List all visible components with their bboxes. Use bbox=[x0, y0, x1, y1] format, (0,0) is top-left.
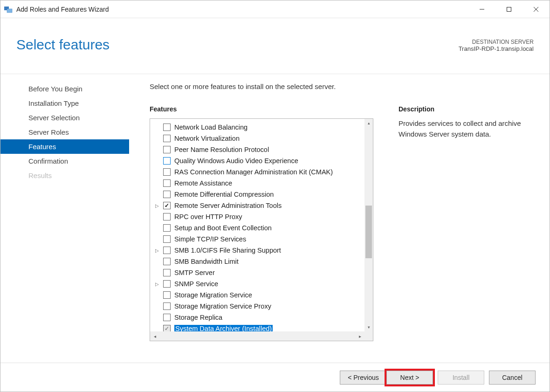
feature-label[interactable]: Storage Migration Service Proxy bbox=[174, 303, 271, 310]
sidebar-item-server-selection[interactable]: Server Selection bbox=[0, 110, 129, 125]
feature-checkbox[interactable] bbox=[163, 224, 171, 232]
scroll-thumb[interactable] bbox=[365, 206, 372, 258]
feature-label[interactable]: SMB Bandwidth Limit bbox=[174, 258, 239, 265]
feature-checkbox[interactable] bbox=[163, 247, 171, 254]
feature-row[interactable]: ▷SMB Bandwidth Limit bbox=[154, 256, 364, 267]
footer: < Previous Next > Install Cancel bbox=[0, 363, 550, 392]
next-button[interactable]: Next > bbox=[386, 371, 433, 385]
sidebar-item-server-roles[interactable]: Server Roles bbox=[0, 125, 129, 139]
install-button[interactable]: Install bbox=[438, 371, 484, 385]
feature-checkbox[interactable] bbox=[163, 280, 171, 288]
nav-button-group: < Previous Next > bbox=[340, 371, 433, 385]
scroll-right-icon[interactable]: ▸ bbox=[355, 331, 364, 341]
feature-checkbox[interactable] bbox=[163, 202, 171, 209]
feature-label[interactable]: Remote Server Administration Tools bbox=[174, 202, 282, 209]
feature-label[interactable]: SMTP Server bbox=[174, 269, 215, 276]
scroll-up-icon[interactable]: ▴ bbox=[364, 119, 373, 127]
features-label: Features bbox=[150, 105, 373, 113]
sidebar-item-installation-type[interactable]: Installation Type bbox=[0, 96, 129, 110]
feature-checkbox[interactable] bbox=[163, 303, 171, 310]
feature-row[interactable]: ▷Remote Server Administration Tools bbox=[154, 200, 364, 211]
feature-label[interactable]: Setup and Boot Event Collection bbox=[174, 224, 272, 232]
feature-row[interactable]: ▷Network Virtualization bbox=[154, 133, 364, 144]
feature-checkbox[interactable] bbox=[163, 191, 171, 198]
feature-label[interactable]: SNMP Service bbox=[174, 280, 218, 288]
feature-checkbox[interactable] bbox=[163, 314, 171, 321]
feature-checkbox[interactable] bbox=[163, 291, 171, 299]
feature-checkbox[interactable] bbox=[163, 269, 171, 276]
scroll-left-icon[interactable]: ◂ bbox=[150, 331, 159, 341]
feature-label[interactable]: Simple TCP/IP Services bbox=[174, 235, 246, 243]
feature-checkbox[interactable] bbox=[163, 146, 171, 153]
feature-row[interactable]: ▷Remote Differential Compression bbox=[154, 189, 364, 200]
destination-server-block: DESTINATION SERVER TransIP-RDP-1.transip… bbox=[459, 37, 534, 52]
sidebar-item-before-you-begin[interactable]: Before You Begin bbox=[0, 82, 129, 96]
maximize-button[interactable] bbox=[495, 0, 522, 18]
previous-button[interactable]: < Previous bbox=[340, 371, 386, 385]
feature-row[interactable]: ▷RPC over HTTP Proxy bbox=[154, 211, 364, 222]
sidebar-item-features[interactable]: Features bbox=[0, 139, 129, 154]
expand-icon[interactable]: ▷ bbox=[154, 248, 160, 253]
feature-label[interactable]: Quality Windows Audio Video Experience bbox=[174, 157, 298, 165]
vertical-scrollbar[interactable]: ▴ ▾ bbox=[364, 119, 373, 331]
titlebar: Add Roles and Features Wizard bbox=[0, 0, 550, 18]
feature-checkbox[interactable] bbox=[163, 124, 171, 131]
sidebar-item-results: Results bbox=[0, 168, 129, 183]
feature-row[interactable]: ▷Storage Migration Service bbox=[154, 289, 364, 301]
main: Before You BeginInstallation TypeServer … bbox=[0, 74, 550, 363]
window-title: Add Roles and Features Wizard bbox=[16, 6, 109, 13]
feature-checkbox[interactable] bbox=[163, 157, 171, 165]
feature-row[interactable]: ▷Remote Assistance bbox=[154, 178, 364, 189]
feature-checkbox[interactable] bbox=[163, 135, 171, 142]
feature-label[interactable]: Remote Differential Compression bbox=[174, 191, 274, 198]
close-button[interactable] bbox=[522, 0, 550, 18]
header: Select features DESTINATION SERVER Trans… bbox=[0, 18, 550, 74]
description-text: Provides services to collect and archive… bbox=[399, 118, 534, 139]
svg-rect-3 bbox=[507, 7, 511, 11]
feature-row[interactable]: ▷Peer Name Resolution Protocol bbox=[154, 144, 364, 155]
destination-server-value: TransIP-RDP-1.transip.local bbox=[459, 45, 534, 52]
features-listbox[interactable]: ▷Network Load Balancing▷Network Virtuali… bbox=[150, 118, 373, 341]
feature-row[interactable]: ▷SMB 1.0/CIFS File Sharing Support bbox=[154, 245, 364, 256]
feature-label[interactable]: Storage Migration Service bbox=[174, 291, 252, 299]
feature-row[interactable]: ▷Quality Windows Audio Video Experience bbox=[154, 155, 364, 166]
feature-row[interactable]: ▷RAS Connection Manager Administration K… bbox=[154, 166, 364, 178]
feature-row[interactable]: ▷Network Load Balancing bbox=[154, 122, 364, 133]
feature-label[interactable]: RPC over HTTP Proxy bbox=[174, 213, 242, 220]
feature-checkbox[interactable] bbox=[163, 179, 171, 187]
minimize-button[interactable] bbox=[468, 0, 495, 18]
cancel-button[interactable]: Cancel bbox=[489, 371, 536, 385]
sidebar: Before You BeginInstallation TypeServer … bbox=[0, 74, 129, 363]
app-icon bbox=[4, 5, 13, 14]
horizontal-scrollbar[interactable]: ◂ ▸ bbox=[150, 331, 364, 341]
feature-label[interactable]: Network Virtualization bbox=[174, 135, 240, 142]
feature-row[interactable]: ▷Setup and Boot Event Collection bbox=[154, 222, 364, 234]
feature-label[interactable]: SMB 1.0/CIFS File Sharing Support bbox=[174, 247, 281, 254]
feature-checkbox[interactable] bbox=[163, 235, 171, 243]
expand-icon[interactable]: ▷ bbox=[154, 203, 160, 208]
feature-label[interactable]: Remote Assistance bbox=[174, 179, 232, 187]
feature-row[interactable]: ▷SNMP Service bbox=[154, 278, 364, 289]
feature-label[interactable]: RAS Connection Manager Administration Ki… bbox=[174, 168, 333, 176]
content: Select one or more features to install o… bbox=[129, 74, 550, 363]
feature-row[interactable]: ▷Storage Replica bbox=[154, 312, 364, 323]
description-label: Description bbox=[399, 105, 534, 113]
expand-icon[interactable]: ▷ bbox=[154, 282, 160, 287]
feature-checkbox[interactable] bbox=[163, 258, 171, 265]
destination-server-label: DESTINATION SERVER bbox=[459, 39, 534, 45]
window-controls bbox=[468, 0, 550, 18]
feature-checkbox[interactable] bbox=[163, 213, 171, 220]
feature-row[interactable]: ▷SMTP Server bbox=[154, 267, 364, 278]
feature-row[interactable]: ▷Simple TCP/IP Services bbox=[154, 234, 364, 245]
feature-row[interactable]: ▷Storage Migration Service Proxy bbox=[154, 301, 364, 312]
feature-label[interactable]: Storage Replica bbox=[174, 314, 222, 321]
instruction-text: Select one or more features to install o… bbox=[150, 83, 534, 90]
feature-checkbox[interactable] bbox=[163, 168, 171, 176]
feature-label[interactable]: Network Load Balancing bbox=[174, 124, 248, 131]
scroll-corner bbox=[364, 331, 373, 341]
page-title: Select features bbox=[16, 37, 110, 53]
sidebar-item-confirmation[interactable]: Confirmation bbox=[0, 154, 129, 168]
scroll-down-icon[interactable]: ▾ bbox=[364, 323, 373, 331]
feature-label[interactable]: Peer Name Resolution Protocol bbox=[174, 146, 269, 153]
svg-rect-1 bbox=[7, 9, 12, 13]
